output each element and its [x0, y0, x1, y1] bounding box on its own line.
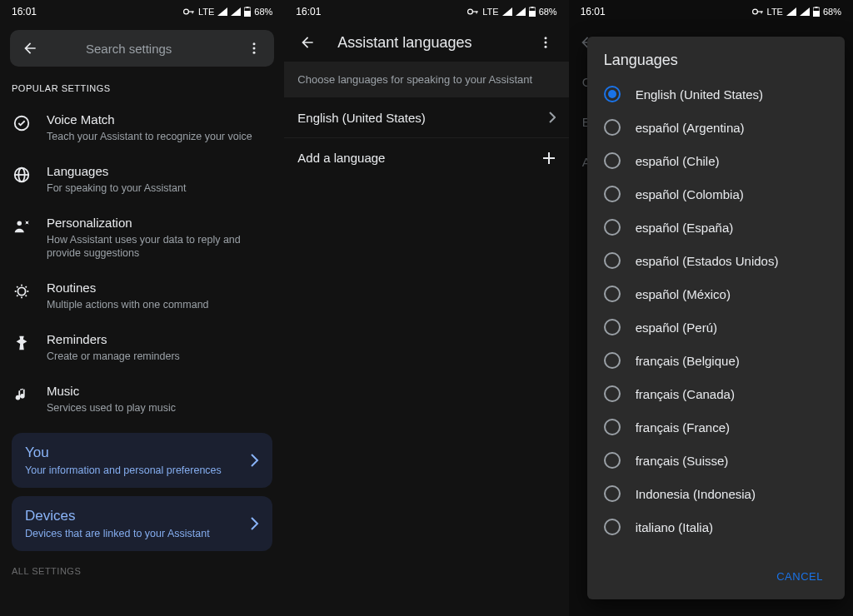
card-sub: Your information and personal preference…: [25, 464, 259, 476]
language-label: español (España): [636, 221, 734, 235]
setting-voice-match[interactable]: Voice MatchTeach your Assistant to recog…: [0, 102, 284, 153]
primary-language-label: English (United States): [297, 111, 425, 125]
svg-rect-2: [192, 11, 192, 13]
language-option[interactable]: italiano (Italia): [587, 510, 845, 544]
network-lte-label: LTE: [767, 7, 783, 17]
language-label: Indonesia (Indonesia): [636, 487, 756, 501]
radio-icon: [604, 485, 621, 502]
more-icon[interactable]: [241, 35, 267, 62]
page-title: Assistant languages: [337, 34, 515, 52]
language-label: español (Estados Unidos): [636, 254, 779, 268]
language-option[interactable]: español (Chile): [587, 144, 845, 177]
info-text: Choose languages for speaking to your As…: [284, 62, 568, 97]
radio-icon: [604, 86, 621, 102]
setting-sub: Services used to play music: [47, 401, 176, 415]
more-icon[interactable]: [532, 29, 559, 56]
language-option[interactable]: English (United States): [587, 77, 845, 111]
search-placeholder: Search settings: [17, 42, 241, 56]
search-settings-bar[interactable]: Search settings: [10, 30, 274, 67]
language-option[interactable]: español (Perú): [587, 310, 845, 344]
language-option[interactable]: français (Suisse): [587, 444, 845, 477]
status-right: LTE 68%: [183, 7, 272, 17]
svg-point-6: [253, 42, 256, 45]
radio-icon: [604, 286, 621, 302]
setting-sub: Create or manage reminders: [47, 350, 180, 363]
svg-rect-26: [756, 11, 762, 12]
status-time: 16:01: [296, 6, 321, 17]
status-time: 16:01: [12, 6, 37, 17]
language-label: español (Perú): [636, 320, 717, 335]
network-lte-label: LTE: [198, 7, 214, 17]
card-devices[interactable]: Devices Devices that are linked to your …: [12, 496, 272, 551]
add-language-row[interactable]: Add a language: [284, 137, 568, 177]
battery-pct: 68%: [539, 7, 557, 17]
language-option[interactable]: français (Canada): [587, 377, 845, 410]
setting-reminders[interactable]: RemindersCreate or manage reminders: [0, 321, 284, 373]
setting-title: Reminders: [47, 331, 180, 348]
svg-point-24: [544, 46, 546, 48]
svg-point-25: [752, 9, 757, 14]
language-label: italiano (Italia): [636, 520, 713, 534]
radio-icon: [604, 519, 621, 535]
setting-languages[interactable]: LanguagesFor speaking to your Assistant: [0, 153, 284, 205]
language-option[interactable]: español (Colombia): [587, 177, 845, 211]
radio-icon: [604, 119, 621, 136]
language-label: español (Chile): [636, 154, 720, 168]
cancel-button[interactable]: CANCEL: [768, 564, 831, 589]
primary-language-row[interactable]: English (United States): [284, 97, 568, 137]
svg-point-7: [253, 47, 256, 50]
language-list[interactable]: English (United States)español (Argentin…: [587, 77, 845, 559]
language-option[interactable]: español (Argentina): [587, 111, 845, 144]
radio-icon: [604, 352, 621, 369]
language-option[interactable]: español (España): [587, 211, 845, 244]
battery-icon: [244, 7, 251, 17]
language-option[interactable]: Indonesia (Indonesia): [587, 477, 845, 510]
dialog-title: Languages: [587, 37, 845, 77]
language-label: English (United States): [636, 87, 763, 102]
svg-rect-27: [761, 11, 761, 13]
svg-point-15: [17, 287, 25, 295]
battery-icon: [529, 7, 536, 17]
battery-pct: 68%: [823, 7, 841, 17]
back-button[interactable]: [294, 29, 321, 56]
section-label-popular: POPULAR SETTINGS: [0, 77, 284, 102]
status-right: LTE 68%: [752, 7, 841, 17]
svg-point-0: [184, 9, 189, 14]
vpn-key-icon: [752, 7, 764, 16]
setting-music[interactable]: MusicServices used to play music: [0, 373, 284, 425]
battery-pct: 68%: [254, 7, 272, 17]
card-you[interactable]: You Your information and personal prefer…: [12, 433, 272, 488]
radio-icon: [604, 252, 621, 269]
setting-title: Routines: [47, 280, 209, 296]
signal-icon: [217, 7, 227, 16]
language-option[interactable]: español (México): [587, 277, 845, 310]
svg-point-13: [17, 221, 22, 226]
language-label: français (France): [636, 420, 730, 435]
card-title: Devices: [25, 508, 259, 524]
language-option[interactable]: français (France): [587, 410, 845, 444]
language-dialog: Languages English (United States)español…: [587, 37, 845, 599]
language-option[interactable]: français (Belgique): [587, 344, 845, 377]
signal-icon-2: [800, 7, 810, 16]
setting-title: Languages: [47, 163, 186, 180]
svg-rect-29: [813, 11, 820, 17]
chevron-right-icon: [549, 112, 556, 123]
vpn-key-icon: [467, 7, 479, 16]
signal-icon: [502, 7, 512, 16]
reminders-icon: [12, 333, 32, 353]
language-label: español (México): [636, 287, 731, 301]
language-label: français (Suisse): [636, 454, 729, 468]
svg-point-16: [468, 9, 473, 14]
language-option[interactable]: español (Estados Unidos): [587, 244, 845, 277]
status-bar: 16:01 LTE 68%: [569, 0, 853, 23]
status-bar: 16:01 LTE 68%: [284, 0, 568, 23]
svg-rect-30: [815, 7, 817, 8]
radio-icon: [604, 319, 621, 335]
setting-personalization[interactable]: PersonalizationHow Assistant uses your d…: [0, 205, 284, 270]
settings-panel: 16:01 LTE 68% Search settings POPULAR SE…: [0, 0, 284, 616]
signal-icon-2: [516, 7, 526, 16]
radio-icon: [604, 186, 621, 202]
setting-title: Voice Match: [47, 112, 252, 128]
setting-sub: Teach your Assistant to recognize your v…: [47, 130, 252, 143]
setting-routines[interactable]: RoutinesMultiple actions with one comman…: [0, 270, 284, 321]
